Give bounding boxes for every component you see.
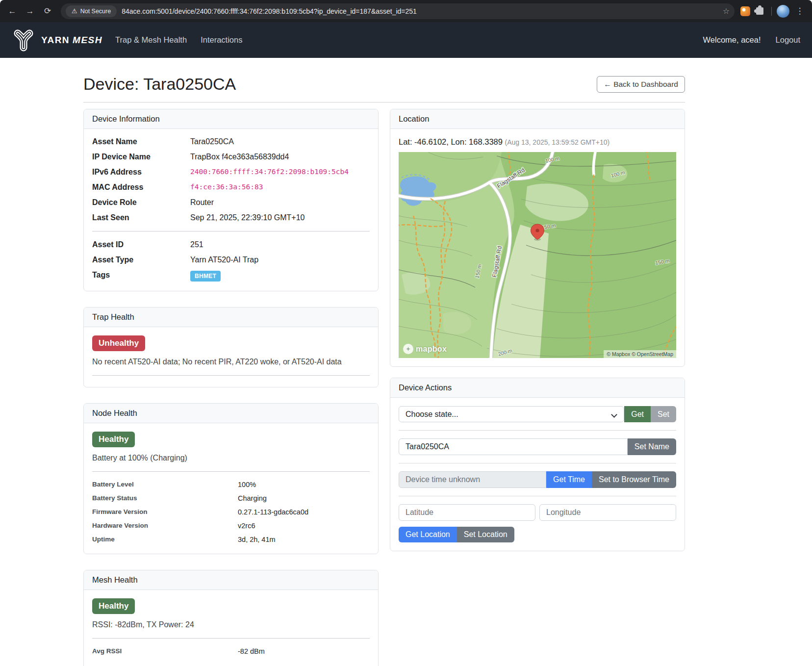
node-health-card: Node Health Healthy Battery at 100% (Cha… <box>83 403 379 554</box>
toolbar-divider <box>771 7 772 16</box>
ipv6-address-value: 2400:7660:ffff:34:76f2:2098:b109:5cb4 <box>190 168 349 177</box>
device-information-header: Device Information <box>84 109 378 129</box>
coordinates-text: Lat: -46.6102, Lon: 168.3389 (Aug 13, 20… <box>399 137 676 147</box>
set-browser-time-button[interactable]: Set to Browser Time <box>592 471 676 488</box>
get-time-button[interactable]: Get Time <box>546 471 592 488</box>
set-state-button[interactable]: Set <box>651 406 676 422</box>
get-state-button[interactable]: Get <box>624 406 651 422</box>
extension-icon[interactable] <box>740 6 750 16</box>
device-time-input <box>399 471 546 488</box>
nav-link-trap-mesh-health[interactable]: Trap & Mesh Health <box>115 35 187 45</box>
latitude-input[interactable] <box>399 504 535 521</box>
nav-link-interactions[interactable]: Interactions <box>201 35 242 45</box>
back-to-dashboard-button[interactable]: ← Back to Dashboard <box>597 76 685 93</box>
mapbox-logo-icon <box>403 344 413 354</box>
forward-icon[interactable]: → <box>23 4 37 19</box>
kv-row: Uptime 3d, 2h, 41m <box>92 536 370 543</box>
logout-link[interactable]: Logout <box>776 35 800 45</box>
map-canvas: 100 m 100 m 150 m 150 m 150 m 200 m Flag… <box>399 152 676 358</box>
device-actions-card: Device Actions Choose state... Get Set <box>390 378 685 551</box>
node-health-divider <box>92 471 370 472</box>
brand-wordmark: YARNMESH <box>41 35 102 46</box>
trap-health-header: Trap Health <box>84 307 378 327</box>
info-row: MAC Address f4:ce:36:3a:56:83 <box>92 183 370 192</box>
mapbox-logo[interactable]: mapbox <box>403 344 447 354</box>
location-map[interactable]: 100 m 100 m 150 m 150 m 150 m 200 m Flag… <box>399 152 676 358</box>
state-select[interactable]: Choose state... <box>399 406 624 422</box>
info-row: IP Device Name TrapBox f4ce363a56839dd4 <box>92 153 370 161</box>
kv-row: Firmware Version 0.27.1-113-gdac6ca0d <box>92 508 370 516</box>
set-location-button[interactable]: Set Location <box>457 527 514 542</box>
extensions-puzzle-icon[interactable] <box>756 7 763 15</box>
actions-divider <box>399 496 676 496</box>
device-actions-header: Device Actions <box>390 378 685 398</box>
mesh-health-divider <box>92 638 370 639</box>
mesh-health-status-badge: Healthy <box>92 598 135 614</box>
coordinates-timestamp: (Aug 13, 2025, 13:59:52 GMT+10) <box>505 138 610 146</box>
node-health-summary: Battery at 100% (Charging) <box>92 454 370 462</box>
info-divider <box>92 231 370 231</box>
info-row: Asset Name Tara0250CA <box>92 137 370 146</box>
location-card: Location Lat: -46.6102, Lon: 168.3389 (A… <box>390 109 685 367</box>
back-icon[interactable]: ← <box>5 4 20 19</box>
info-row: Asset Type Yarn AT520-AI Trap <box>92 256 370 264</box>
right-column: Location Lat: -46.6102, Lon: 168.3389 (A… <box>390 109 685 567</box>
node-health-status-badge: Healthy <box>92 432 135 447</box>
page-title: Device: Tara0250CA <box>83 75 236 94</box>
mesh-health-summary: RSSI: -82dBm, TX Power: 24 <box>92 620 370 629</box>
brand-logo[interactable]: YARNMESH <box>12 28 102 52</box>
info-row: Last Seen Sep 21, 2025, 22:39:10 GMT+10 <box>92 213 370 222</box>
location-header: Location <box>390 109 685 129</box>
info-row: Device Role Router <box>92 198 370 207</box>
url-text: 84ace.com:5001/device/2400:7660:ffff:34:… <box>122 7 717 15</box>
device-information-card: Device Information Asset Name Tara0250CA… <box>83 109 379 291</box>
security-chip[interactable]: ⚠ Not Secure <box>66 5 117 17</box>
kv-row: Avg RSSI -82 dBm <box>92 647 370 655</box>
state-select-wrap: Choose state... <box>399 406 624 422</box>
info-row: Asset ID 251 <box>92 240 370 249</box>
warning-icon: ⚠ <box>72 7 77 15</box>
info-row: IPv6 Address 2400:7660:ffff:34:76f2:2098… <box>92 168 370 177</box>
actions-divider <box>399 463 676 463</box>
profile-avatar[interactable] <box>777 5 789 18</box>
info-row: Tags BHMET <box>92 271 370 282</box>
reload-icon[interactable]: ⟳ <box>40 4 55 19</box>
kv-row: Hardware Version v2rc6 <box>92 522 370 530</box>
trap-health-status-badge: Unhealthy <box>92 335 145 351</box>
title-divider <box>83 102 685 102</box>
mesh-health-card: Mesh Health Healthy RSSI: -82dBm, TX Pow… <box>83 570 379 666</box>
mesh-health-header: Mesh Health <box>84 570 378 590</box>
app-navbar: YARNMESH Trap & Mesh Health Interactions… <box>0 22 812 58</box>
kv-row: Battery Level 100% <box>92 481 370 488</box>
trap-health-description: No recent AT520-AI data; No recent PIR, … <box>92 358 370 366</box>
page-container: Device: Tara0250CA ← Back to Dashboard D… <box>83 58 685 666</box>
trap-health-divider <box>92 375 370 376</box>
trap-health-card: Trap Health Unhealthy No recent AT520-AI… <box>83 307 379 387</box>
kv-row: Battery Status Charging <box>92 494 370 502</box>
set-name-button[interactable]: Set Name <box>628 438 676 455</box>
get-location-button[interactable]: Get Location <box>399 527 457 542</box>
menu-kebab-icon[interactable]: ⋮ <box>792 4 807 19</box>
security-chip-label: Not Secure <box>80 8 111 15</box>
mac-address-value: f4:ce:36:3a:56:83 <box>190 183 263 192</box>
yarn-mesh-logo-icon <box>12 28 35 52</box>
node-health-header: Node Health <box>84 404 378 423</box>
actions-divider <box>399 430 676 431</box>
welcome-text: Welcome, acea! <box>703 35 761 45</box>
map-attribution[interactable]: © Mapbox © OpenStreetMap <box>604 350 676 358</box>
left-column: Device Information Asset Name Tara0250CA… <box>83 109 379 666</box>
longitude-input[interactable] <box>539 504 676 521</box>
address-bar[interactable]: ⚠ Not Secure 84ace.com:5001/device/2400:… <box>61 3 735 19</box>
tag-badge: BHMET <box>190 271 221 282</box>
bookmark-star-icon[interactable]: ☆ <box>723 6 730 16</box>
device-name-input[interactable] <box>399 438 628 455</box>
browser-toolbar: ← → ⟳ ⚠ Not Secure 84ace.com:5001/device… <box>0 0 812 22</box>
